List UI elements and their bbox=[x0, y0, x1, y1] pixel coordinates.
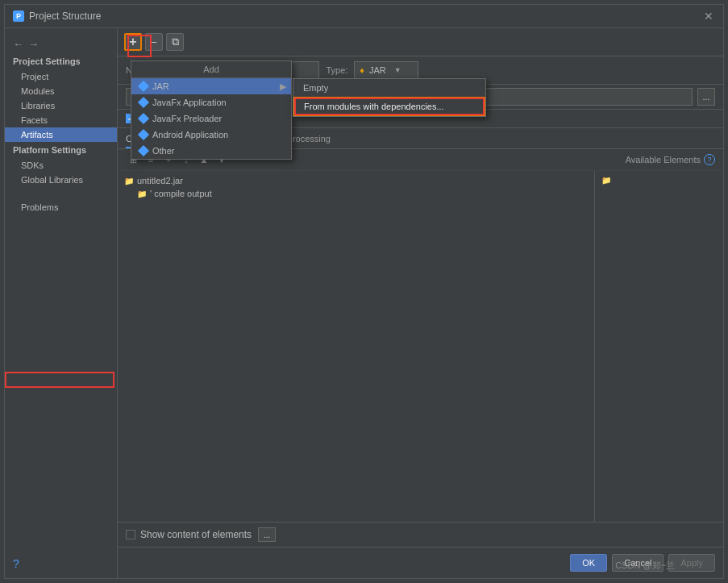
show-content-label: Show content of elements bbox=[140, 529, 252, 540]
type-dropdown-arrow: ▼ bbox=[394, 66, 401, 74]
javafx-app-icon bbox=[138, 97, 149, 108]
title-bar: P Project Structure ✕ bbox=[5, 5, 723, 28]
sidebar-item-global-libraries[interactable]: Global Libraries bbox=[5, 173, 117, 187]
dropdown-jar-label: JAR bbox=[152, 81, 169, 91]
compile-output-icon: 📁 bbox=[137, 189, 147, 198]
more-options-button[interactable]: ... bbox=[258, 527, 276, 542]
android-app-icon bbox=[138, 129, 149, 140]
watermark: CSDN @郑~兰 bbox=[615, 560, 675, 572]
jar-submenu: Empty From modules with dependencies... bbox=[293, 78, 486, 117]
copy-button[interactable]: ⧉ bbox=[166, 33, 184, 51]
sidebar: ← → Project Settings Project Modules Lib… bbox=[5, 28, 118, 578]
type-dropdown[interactable]: ♦ JAR ▼ bbox=[354, 61, 418, 79]
output-right-panel: 📁 bbox=[594, 171, 723, 522]
sidebar-item-modules[interactable]: Modules bbox=[5, 84, 117, 98]
platform-settings-label: Platform Settings bbox=[5, 142, 117, 158]
dropdown-item-javafx-app[interactable]: JavaFx Application bbox=[131, 94, 291, 110]
jar-type-icon: ♦ bbox=[360, 65, 364, 75]
forward-arrow[interactable]: → bbox=[28, 38, 39, 50]
jar-file-icon: 📁 bbox=[124, 177, 134, 185]
apply-button[interactable]: Apply bbox=[668, 554, 715, 572]
javafx-preloader-icon bbox=[138, 113, 149, 124]
ok-button[interactable]: OK bbox=[570, 554, 607, 572]
dropdown-item-jar[interactable]: JAR ▶ Empty From modules with dependenci… bbox=[131, 78, 291, 94]
jar-submenu-arrow: ▶ bbox=[280, 81, 286, 92]
sidebar-item-libraries[interactable]: Libraries bbox=[5, 98, 117, 113]
available-elements-header: Available Elements bbox=[626, 155, 701, 164]
show-content-check: Show content of elements bbox=[126, 529, 252, 540]
main-content: ← → Project Settings Project Modules Lib… bbox=[5, 28, 723, 578]
submenu-item-from-modules[interactable]: From modules with dependencies... bbox=[293, 97, 485, 116]
artifacts-highlight-box bbox=[5, 372, 114, 388]
output-left-panel: 📁 untitled2.jar 📁 ' compile output bbox=[118, 171, 594, 522]
dropdown-item-other[interactable]: Other bbox=[131, 143, 291, 159]
available-folder-icon: 📁 bbox=[601, 176, 611, 185]
submenu-item-empty[interactable]: Empty bbox=[293, 79, 485, 97]
available-elements-help-icon[interactable]: ? bbox=[704, 154, 715, 165]
sidebar-item-problems[interactable]: Problems bbox=[5, 200, 117, 214]
window-title: Project Structure bbox=[29, 10, 101, 22]
right-panel: + Add JAR ▶ Empty bbox=[118, 28, 723, 578]
show-content-checkbox[interactable] bbox=[126, 530, 135, 539]
available-element-item[interactable]: 📁 bbox=[598, 174, 720, 186]
jar-diamond-icon bbox=[138, 81, 149, 92]
nav-arrows: ← → bbox=[5, 35, 117, 53]
tree-item-compile-output[interactable]: 📁 ' compile output bbox=[121, 187, 591, 200]
toolbar: + Add JAR ▶ Empty bbox=[118, 28, 723, 56]
type-label: Type: bbox=[326, 65, 347, 75]
jar-filename: untitled2.jar bbox=[137, 176, 183, 185]
add-btn-container: + Add JAR ▶ Empty bbox=[124, 33, 142, 51]
add-button[interactable]: + bbox=[124, 33, 142, 51]
title-bar-left: P Project Structure bbox=[13, 10, 101, 22]
project-settings-label: Project Settings bbox=[5, 53, 117, 69]
project-structure-window: P Project Structure ✕ ← → Project Settin… bbox=[4, 4, 724, 579]
back-arrow[interactable]: ← bbox=[13, 38, 23, 50]
dropdown-header: Add bbox=[131, 61, 291, 78]
browse-folder-button[interactable]: ... bbox=[697, 88, 715, 106]
dropdown-item-android-app[interactable]: Android Application bbox=[131, 127, 291, 143]
close-button[interactable]: ✕ bbox=[702, 10, 715, 23]
dropdown-item-javafx-preloader[interactable]: JavaFx Preloader bbox=[131, 110, 291, 127]
bottom-row: Show content of elements ... bbox=[118, 522, 723, 547]
add-dropdown-menu: Add JAR ▶ Empty From modules with depend… bbox=[131, 60, 292, 160]
sidebar-item-artifacts[interactable]: Artifacts bbox=[5, 127, 117, 142]
output-layout: 📁 untitled2.jar 📁 ' compile output 📁 bbox=[118, 171, 723, 522]
folder-btn-icon: ... bbox=[702, 92, 709, 102]
sidebar-item-sdks[interactable]: SDKs bbox=[5, 158, 117, 173]
remove-button[interactable]: − bbox=[145, 33, 163, 51]
other-icon bbox=[138, 145, 149, 156]
sidebar-item-project[interactable]: Project bbox=[5, 69, 117, 84]
app-icon: P bbox=[13, 10, 24, 22]
sidebar-item-facets[interactable]: Facets bbox=[5, 113, 117, 127]
help-icon[interactable]: ? bbox=[13, 557, 19, 570]
tree-item-jar[interactable]: 📁 untitled2.jar bbox=[121, 174, 591, 187]
type-value: JAR bbox=[369, 65, 386, 75]
compile-output-label: ' compile output bbox=[150, 189, 212, 198]
